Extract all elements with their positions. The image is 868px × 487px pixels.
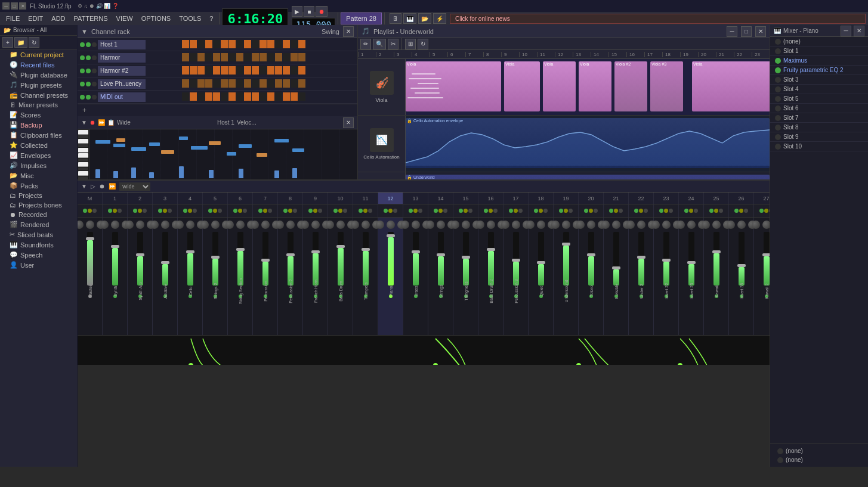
mixer-strip-Kawaii[interactable]: Kawaii	[704, 218, 729, 335]
knob-5-0[interactable]	[200, 221, 209, 229]
knob-11-1[interactable]	[362, 221, 370, 229]
sidebar-item-collected[interactable]: ⭐ Collected	[0, 140, 77, 150]
mixer-num-4[interactable]: 4	[178, 193, 203, 204]
mixer-led-yellow-4[interactable]	[188, 209, 192, 213]
mixer-led-green-13[interactable]	[409, 209, 413, 213]
menu-edit[interactable]: EDIT	[24, 14, 47, 23]
knob-21-1[interactable]	[612, 221, 620, 229]
knob-16-0[interactable]	[476, 221, 484, 229]
plugin-close-btn[interactable]: ✕	[854, 26, 864, 36]
mixer-strip-Insert35[interactable]: Insert 35	[729, 218, 754, 335]
pad[interactable]	[275, 40, 282, 48]
ch-led3-harmor[interactable]	[92, 55, 97, 60]
mixer-led-green-22[interactable]	[634, 209, 638, 213]
mixer-num-25[interactable]: 25	[704, 193, 729, 204]
stop-btn[interactable]: ■	[304, 6, 314, 17]
knob-18-0[interactable]	[526, 221, 535, 229]
menu-tools[interactable]: TOOLS	[175, 14, 205, 23]
knob-14-1[interactable]	[437, 221, 445, 229]
sidebar-item-rendered[interactable]: 🎬 Rendered	[0, 219, 77, 229]
sidebar-item-scores[interactable]: 📝 Scores	[0, 110, 77, 120]
pad[interactable]	[228, 66, 236, 75]
ch-name-love[interactable]	[98, 79, 146, 89]
mixer-led-green-5[interactable]	[208, 209, 212, 213]
pl-loop[interactable]: ↻	[418, 39, 428, 49]
knob-4-0[interactable]	[175, 221, 184, 229]
sidebar-item-plugin-database[interactable]: 🔌 Plugin database	[0, 70, 77, 80]
mixer-led-red-13[interactable]	[418, 209, 422, 213]
knob-3-0[interactable]	[150, 221, 159, 229]
pad[interactable]	[205, 92, 212, 101]
slot-8-indicator[interactable]	[775, 125, 781, 131]
pr-arrow[interactable]: ▼	[81, 119, 87, 126]
mixer-led-green-10[interactable]	[333, 209, 338, 213]
knob-13-1[interactable]	[412, 221, 420, 229]
mixer-led-red-15[interactable]	[468, 209, 472, 213]
mixer-led-yellow-11[interactable]	[363, 209, 367, 213]
pad[interactable]	[267, 40, 274, 48]
mixer-led-yellow-18[interactable]	[539, 209, 543, 213]
pad[interactable]	[228, 53, 236, 61]
mixer-num-1[interactable]: 1	[103, 193, 128, 204]
mixer-led-yellow-24[interactable]	[689, 209, 693, 213]
mixer-led-yellow-9[interactable]	[313, 209, 317, 213]
plugin-minimize-btn[interactable]: ─	[841, 26, 851, 36]
mixer-strip-BassDrum[interactable]: Bass Drum	[328, 218, 353, 335]
knob-19-1[interactable]	[562, 221, 570, 229]
knob-17-0[interactable]	[501, 221, 509, 229]
mixer-led-red-2[interactable]	[143, 209, 147, 213]
mixer-num-5[interactable]: 5	[203, 193, 228, 204]
ch-led2-harmor[interactable]	[86, 55, 91, 60]
pad[interactable]	[197, 79, 205, 88]
track-content-auto[interactable]: 🔒 Cello Automation envelope	[406, 116, 770, 172]
menu-view[interactable]: VIEW	[113, 14, 137, 23]
playlist-maximize-btn[interactable]: □	[741, 26, 752, 37]
mixer-strip-Insert22[interactable]: Insert 22	[654, 218, 679, 335]
mixer-strip-Master[interactable]: Master	[78, 218, 103, 335]
mixer-num-16[interactable]: 16	[478, 193, 503, 204]
knob-14-0[interactable]	[426, 221, 434, 229]
pad[interactable]	[260, 40, 267, 48]
sidebar-item-recent-files[interactable]: 🕐 Recent files	[0, 60, 77, 70]
plugin-slot-7[interactable]: Slot 7	[770, 113, 868, 123]
mixer-num-19[interactable]: 19	[554, 193, 579, 204]
pad[interactable]	[298, 92, 305, 101]
mixer-led-yellow-25[interactable]	[714, 209, 718, 213]
plugin-slot-maximus[interactable]: Maximus	[770, 56, 868, 66]
mixer-led-yellow-21[interactable]	[614, 209, 618, 213]
pad[interactable]	[197, 92, 205, 101]
mixer-num-26[interactable]: 26	[729, 193, 754, 204]
plugin-slot-1[interactable]: Slot 1	[770, 46, 868, 56]
knob-20-0[interactable]	[576, 221, 585, 229]
mixer-led-yellow-14[interactable]	[438, 209, 443, 213]
ch-led-love[interactable]	[80, 82, 85, 86]
ch-name-harmor2[interactable]	[98, 66, 146, 76]
bottom-slot-btn2[interactable]	[777, 457, 783, 463]
mixer-strip-Additive[interactable]: Additive	[153, 218, 178, 335]
pad[interactable]	[252, 40, 259, 48]
pad[interactable]	[291, 92, 298, 101]
mixer-num-0[interactable]: M	[78, 193, 103, 204]
slot-10-indicator[interactable]	[775, 144, 781, 150]
knob-9-1[interactable]	[311, 221, 320, 229]
knob-17-1[interactable]	[512, 221, 520, 229]
pad[interactable]	[275, 92, 282, 101]
mixer-num-24[interactable]: 24	[679, 193, 704, 204]
mixer-num-15[interactable]: 15	[453, 193, 478, 204]
knob-27-1[interactable]	[762, 221, 770, 229]
viola-block[interactable]: Viola	[543, 61, 576, 111]
knob-5-1[interactable]	[211, 221, 220, 229]
pad[interactable]	[221, 92, 228, 101]
mixer-led-green-12[interactable]	[384, 209, 388, 213]
viola-block[interactable]: Viola	[504, 61, 540, 111]
mixer-led-red-17[interactable]	[518, 209, 523, 213]
sidebar-item-clipboard[interactable]: 📋 Clipboard files	[0, 130, 77, 140]
mixer-led-green-18[interactable]	[534, 209, 538, 213]
pad[interactable]	[244, 92, 251, 101]
mixer-num-20[interactable]: 20	[579, 193, 604, 204]
mixer-led-yellow-3[interactable]	[163, 209, 167, 213]
pl-tool2[interactable]: 🔍	[373, 39, 386, 49]
piano-roll-grid[interactable]	[89, 129, 357, 179]
mixer-num-14[interactable]: 14	[428, 193, 453, 204]
pad[interactable]	[260, 79, 267, 88]
